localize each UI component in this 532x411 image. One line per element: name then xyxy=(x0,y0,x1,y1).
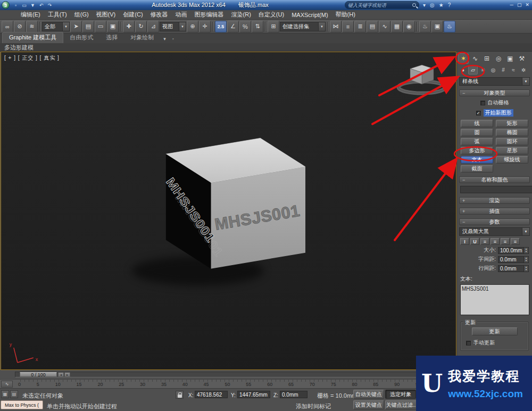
material-editor-icon[interactable]: ◉ xyxy=(403,21,415,32)
selected-object-key-dropdown[interactable]: 选定对象 xyxy=(385,390,416,399)
selection-filter-lock-icon[interactable]: ▤ xyxy=(10,390,18,398)
arc-button[interactable]: 弧 xyxy=(461,138,493,145)
isolate-selection-icon[interactable]: ▦ xyxy=(1,390,9,398)
helix-button[interactable]: 螺旋线 xyxy=(496,156,528,163)
time-slider-track[interactable]: 0 / 100 ◂ ▸ xyxy=(15,372,453,377)
viewport-label[interactable]: [ + ] [ 正交 ] [ 真实 ] xyxy=(4,54,60,62)
chevron-down-icon[interactable]: ▼ xyxy=(62,22,69,31)
justify-button[interactable]: ≡ xyxy=(511,238,520,245)
close-button[interactable]: ✕ xyxy=(525,1,529,9)
tab-modify[interactable]: ∿ xyxy=(470,53,480,64)
chevron-down-icon[interactable]: ▼ xyxy=(179,22,186,31)
ribbon-config-icon[interactable]: ◦ xyxy=(169,35,177,43)
graphite-ribbon-toggle-icon[interactable]: ▤ xyxy=(367,21,378,32)
new-scene-icon[interactable]: ▫ xyxy=(12,2,19,9)
interpolation-rollout-header[interactable]: + 插值 xyxy=(459,208,530,215)
menu-group[interactable]: 组(G) xyxy=(71,10,93,20)
category-space-warps[interactable]: ≈ xyxy=(509,65,518,75)
chevron-down-icon[interactable]: ▼ xyxy=(522,228,529,235)
ribbon-panel-label[interactable]: 多边形建模 xyxy=(0,43,532,52)
redo-icon[interactable]: ↷ xyxy=(46,2,53,9)
save-file-icon[interactable]: ▼ xyxy=(29,2,36,9)
category-geometry[interactable]: ● xyxy=(458,65,468,75)
selection-filter-dropdown[interactable]: 全部▼ xyxy=(42,22,70,31)
favorites-star-icon[interactable]: ★ xyxy=(439,1,444,9)
layer-manager-icon[interactable]: ≣ xyxy=(354,21,366,32)
menu-views[interactable]: 视图(V) xyxy=(93,10,120,20)
update-button[interactable]: 更新 xyxy=(472,327,518,335)
circle-button[interactable]: 圆 xyxy=(461,129,493,136)
menu-tools[interactable]: 工具(T) xyxy=(44,10,71,20)
menu-graph-editors[interactable]: 图形编辑器 xyxy=(191,10,228,20)
help-icon[interactable]: ? xyxy=(448,1,451,9)
select-by-name-icon[interactable]: ▤ xyxy=(82,21,94,32)
rendering-rollout-header[interactable]: + 渲染 xyxy=(459,197,530,204)
leading-spinner[interactable]: ▴▾ xyxy=(523,266,528,272)
tab-motion[interactable]: ◎ xyxy=(493,53,504,64)
category-shapes[interactable]: ▱ xyxy=(468,65,478,75)
selection-lock-toggle[interactable] xyxy=(176,391,184,399)
font-dropdown[interactable]: 汉鼎简大黑 ▼ xyxy=(459,227,530,236)
tab-hierarchy[interactable]: ⊞ xyxy=(481,53,492,64)
select-and-move-icon[interactable]: ✚ xyxy=(123,21,135,32)
render-setup-icon[interactable]: ♨ xyxy=(419,21,431,32)
menu-animation[interactable]: 动画 xyxy=(172,10,191,20)
next-frame-button[interactable]: ▸ xyxy=(64,372,70,377)
rendered-frame-window-icon[interactable]: ▣ xyxy=(431,21,443,32)
category-helpers[interactable]: # xyxy=(498,65,508,75)
set-key-button[interactable]: 设置关键点 xyxy=(353,400,384,409)
use-pivot-center-icon[interactable]: ⊕ xyxy=(187,21,198,32)
menu-help[interactable]: 帮助(H) xyxy=(332,10,359,20)
open-mini-curve-editor-button[interactable]: ∿ xyxy=(1,381,13,388)
search-input[interactable] xyxy=(348,3,410,8)
size-spinner[interactable]: ▴▾ xyxy=(523,248,528,253)
star-button[interactable]: 星形 xyxy=(496,147,528,154)
menu-customize[interactable]: 自定义(U) xyxy=(255,10,288,20)
menu-maxscript[interactable]: MAXScript(M) xyxy=(288,11,331,19)
y-coordinate-field[interactable]: 1447.65mm xyxy=(237,391,270,398)
category-systems[interactable]: ✲ xyxy=(519,65,528,75)
line-button[interactable]: 线 xyxy=(461,120,493,127)
underline-button[interactable]: U xyxy=(470,238,479,245)
named-selection-sets-dropdown[interactable]: 创建选择集▼ xyxy=(280,22,326,31)
key-filters-button[interactable]: 关键点过滤... xyxy=(385,400,418,409)
select-and-scale-icon[interactable]: ⊿ xyxy=(147,21,159,32)
percent-snap-icon[interactable]: % xyxy=(239,21,251,32)
add-time-tag-button[interactable]: 添加时间标记 xyxy=(296,402,331,410)
snap-toggle-icon[interactable]: 2.5 xyxy=(215,21,227,32)
track-bar[interactable]: ∿ 05101520253035404550556065707580859095… xyxy=(0,379,456,389)
donut-button[interactable]: 圆环 xyxy=(496,138,528,145)
tab-selection[interactable]: 选择 xyxy=(99,32,124,43)
select-object-icon[interactable]: ➤ xyxy=(70,21,82,32)
name-color-rollout-header[interactable]: − 名称和颜色 xyxy=(459,176,530,183)
size-field[interactable]: 100.0mm ▴▾ xyxy=(498,247,529,254)
maximize-button[interactable]: ▢ xyxy=(517,1,522,9)
rectangular-selection-region-icon[interactable]: ▭ xyxy=(95,21,106,32)
dope-sheet-icon[interactable]: ▦ xyxy=(391,21,403,32)
parameters-rollout-header[interactable]: − 参数 xyxy=(459,218,530,225)
object-type-rollout-header[interactable]: − 对象类型 xyxy=(459,89,530,96)
chevron-down-icon[interactable]: ▼ xyxy=(318,22,325,31)
window-crossing-icon[interactable]: ▣ xyxy=(107,21,119,32)
menu-modifiers[interactable]: 修改器 xyxy=(147,10,172,20)
previous-frame-button[interactable]: ◂ xyxy=(58,372,64,377)
rectangle-button[interactable]: 矩形 xyxy=(496,120,528,127)
open-file-icon[interactable]: ▭ xyxy=(21,2,28,9)
mirror-icon[interactable]: ⋈ xyxy=(330,21,342,32)
category-cameras[interactable]: ◎ xyxy=(488,65,498,75)
edit-named-selection-sets-icon[interactable]: ⊞ xyxy=(268,21,279,32)
spinner-snap-icon[interactable]: ⇅ xyxy=(252,21,263,32)
tab-freeform[interactable]: 自由形式 xyxy=(63,32,99,43)
text-content-area[interactable]: MHSJS001 xyxy=(460,284,529,315)
object-name-field[interactable] xyxy=(460,186,532,193)
autogrid-checkbox[interactable] xyxy=(480,101,485,105)
menu-rendering[interactable]: 渲染(R) xyxy=(228,10,255,20)
text-button[interactable]: 文本 xyxy=(461,156,493,163)
communication-center-icon[interactable]: ◎ xyxy=(430,1,435,9)
tab-utilities[interactable]: ⚒ xyxy=(517,53,527,64)
select-and-link-icon[interactable]: ∞ xyxy=(2,21,13,32)
tab-create[interactable]: ✶ xyxy=(458,53,469,64)
align-icon[interactable]: ≡ xyxy=(342,21,354,32)
curve-editor-icon[interactable]: ∿ xyxy=(379,21,390,32)
align-left-button[interactable]: ≡ xyxy=(480,238,489,245)
